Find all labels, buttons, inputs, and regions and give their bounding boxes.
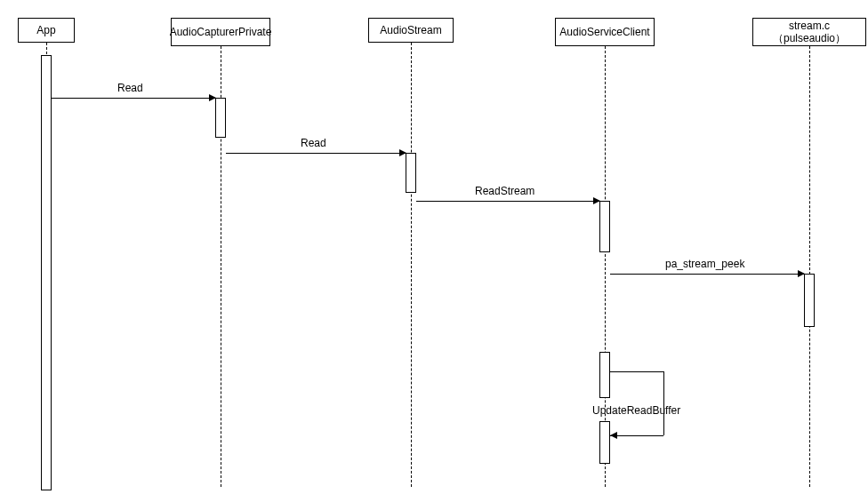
- activation-client-1: [599, 201, 610, 252]
- message-label-read-1: Read: [117, 82, 143, 94]
- message-line-readstream: [416, 201, 599, 202]
- message-label-readstream: ReadStream: [475, 185, 534, 197]
- arrow-icon: [593, 197, 600, 204]
- activation-capturer: [215, 98, 226, 138]
- message-line-peek: [610, 274, 804, 275]
- participant-label: AudioServiceClient: [559, 26, 649, 38]
- activation-client-2: [599, 352, 610, 398]
- participant-app: App: [18, 18, 75, 43]
- self-vert-line: [663, 371, 664, 435]
- activation-stream: [406, 153, 416, 193]
- participant-label: stream.c（pulseaudio）: [759, 20, 860, 45]
- arrow-icon: [610, 432, 617, 439]
- participant-label: AudioStream: [380, 24, 441, 36]
- participant-label: App: [36, 24, 55, 36]
- participant-client: AudioServiceClient: [555, 18, 655, 46]
- participant-label: AudioCapturerPrivate: [170, 26, 272, 38]
- participant-capturer: AudioCapturerPrivate: [171, 18, 270, 46]
- activation-app: [41, 55, 52, 490]
- activation-client-3: [599, 421, 610, 464]
- self-bottom-line: [610, 435, 663, 436]
- arrow-icon: [399, 149, 406, 156]
- lifeline-pulse: [809, 46, 810, 487]
- arrow-icon: [209, 94, 216, 101]
- message-label-read-2: Read: [301, 137, 326, 149]
- participant-stream: AudioStream: [368, 18, 454, 43]
- message-label-updatebuffer: UpdateReadBuffer: [592, 404, 680, 417]
- lifeline-stream: [411, 43, 412, 487]
- message-line-read-1: [52, 98, 215, 99]
- activation-pulse: [804, 274, 815, 327]
- arrow-icon: [798, 270, 805, 277]
- self-top-line: [610, 371, 663, 372]
- participant-pulse: stream.c（pulseaudio）: [752, 18, 866, 46]
- message-line-read-2: [226, 153, 406, 154]
- message-label-peek: pa_stream_peek: [665, 258, 744, 270]
